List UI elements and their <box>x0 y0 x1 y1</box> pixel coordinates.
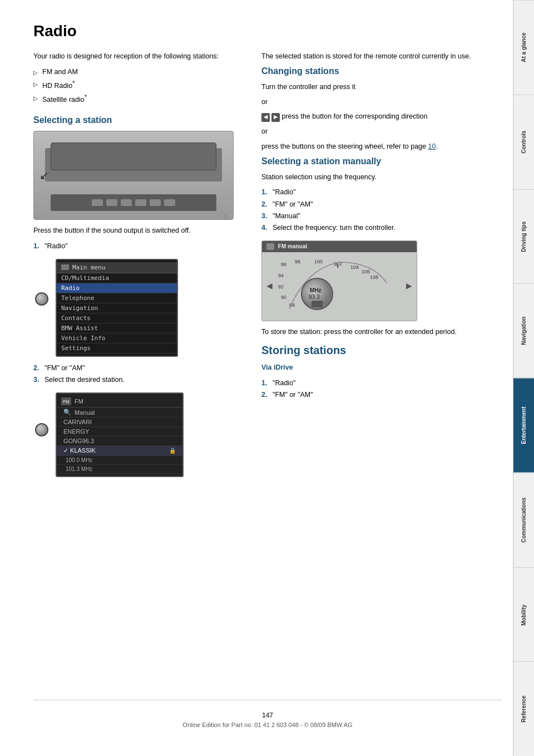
fm-header: FM FM <box>57 396 182 408</box>
sidebar-tab-entertainment[interactable]: Entertainment <box>513 378 534 473</box>
svg-text:92: 92 <box>278 284 284 289</box>
menu-bmw-assist: BMW Assist <box>57 323 177 333</box>
storing-stations-heading: Storing stations <box>261 344 502 357</box>
changing-stations-heading: Changing stations <box>261 66 502 76</box>
svg-text:108: 108 <box>370 274 378 280</box>
manual-step-2: 2. "FM" or "AM" <box>261 199 502 210</box>
fm-gong: GONG96.3 <box>57 436 182 446</box>
fm-menu-wrapper: FM FM 🔍 Manual CARIVARI ENERGY GONG96.3 … <box>33 392 245 477</box>
menu-telephone: Telephone <box>57 293 177 303</box>
sidebar-tab-controls[interactable]: Controls <box>513 95 534 189</box>
changing-steering-wheel: press the buttons on the steering wheel,… <box>261 141 502 152</box>
svg-text:98: 98 <box>295 259 300 264</box>
store-station-caption: To store the station: press the controll… <box>261 327 502 337</box>
dial-svg: 96 98 100 102 104 106 108 94 92 90 88 <box>278 258 400 313</box>
fm-list-screen: FM FM 🔍 Manual CARIVARI ENERGY GONG96.3 … <box>56 392 184 477</box>
svg-text:96: 96 <box>281 262 286 267</box>
intro-text: Your radio is designed for reception of … <box>33 51 245 62</box>
fm-icon: FM <box>61 397 71 405</box>
fm-carivari: CARIVARI <box>57 418 182 427</box>
step-1: 1. "Radio" <box>33 240 245 252</box>
svg-text:106: 106 <box>362 269 370 274</box>
storing-step-1: 1. "Radio" <box>261 377 502 389</box>
main-menu-title: Main menu <box>57 262 177 273</box>
menu-navigation: Navigation <box>57 303 177 313</box>
svg-text:94: 94 <box>278 273 284 278</box>
sidebar-tab-mobility[interactable]: Mobility <box>513 567 534 662</box>
dial-arrow-left: ◀ <box>266 281 273 290</box>
main-menu-screen: Main menu CD/Multimedia Radio Telephone … <box>56 259 178 357</box>
svg-text:93.3: 93.3 <box>309 294 320 300</box>
selecting-caption: Press the button if the sound output is … <box>33 225 245 236</box>
svg-text:104: 104 <box>350 264 359 270</box>
storing-steps: 1. "Radio" 2. "FM" or "AM" <box>261 377 502 401</box>
fm-manual-dial: FM manual ◀ 96 98 100 102 104 106 <box>261 240 417 321</box>
selecting-steps-23: 2. "FM" or "AM" 3. Select the desired st… <box>33 362 245 386</box>
fm-100mhz: 100.0 MHz <box>57 456 182 465</box>
selected-station-text: The selected station is stored for the r… <box>261 51 502 62</box>
manual-step-1: 1. "Radio" <box>261 186 502 198</box>
dial-title: FM manual <box>266 243 307 250</box>
changing-button-direction: ◀ ▶ press the button for the correspondi… <box>261 111 502 122</box>
selecting-station-heading: Selecting a station <box>33 115 245 125</box>
changing-or1: or <box>261 97 502 107</box>
bullet-satellite: Satellite radio* <box>33 92 245 106</box>
menu-contacts: Contacts <box>57 313 177 323</box>
fm-101mhz: 101.3 MHz <box>57 465 182 474</box>
changing-or2: or <box>261 126 502 137</box>
footer-text: Online Edition for Part no. 01 41 2 603 … <box>33 721 502 728</box>
sidebar-tab-driving-tips[interactable]: Driving tips <box>513 189 534 284</box>
left-arrow-btn: ◀ <box>261 113 270 122</box>
sidebar-tab-reference[interactable]: Reference <box>513 661 534 756</box>
right-arrow-btn: ▶ <box>271 113 280 122</box>
bullet-fm-am: FM and AM <box>33 66 245 78</box>
svg-text:100: 100 <box>314 259 323 264</box>
manual-description: Station selection using the frequency. <box>261 172 502 183</box>
via-idrive-heading: Via iDrive <box>261 362 502 373</box>
fm-klassik: ✓ KLASSIK 🔒 <box>57 446 182 456</box>
manual-step-3: 3. "Manual" <box>261 210 502 222</box>
svg-text:MHz: MHz <box>310 287 322 293</box>
page-title: Radio <box>33 22 502 40</box>
selecting-steps: 1. "Radio" <box>33 240 245 252</box>
changing-line1: Turn the controller and press it <box>261 82 502 92</box>
bullet-hd-radio: HD Radio* <box>33 78 245 92</box>
chapter-sidebar: At a glance Controls Driving tips Naviga… <box>513 0 534 756</box>
page-number: 147 <box>33 711 502 719</box>
svg-text:90: 90 <box>281 294 286 300</box>
sidebar-tab-navigation[interactable]: Navigation <box>513 283 534 378</box>
fm-manual-item: 🔍 Manual <box>57 408 182 418</box>
menu-radio: Radio <box>57 283 177 293</box>
main-menu-wrapper: Main menu CD/Multimedia Radio Telephone … <box>33 259 245 357</box>
svg-rect-14 <box>312 301 323 307</box>
manual-step-4: 4. Select the frequency: turn the contro… <box>261 222 502 234</box>
menu-settings: Settings <box>57 343 177 354</box>
menu-cd-multimedia: CD/Multimedia <box>57 273 177 283</box>
dial-area: ◀ 96 98 100 102 104 106 108 94 <box>262 252 417 319</box>
manual-steps: 1. "Radio" 2. "FM" or "AM" 3. "Manual" 4… <box>261 186 502 234</box>
step-3: 3. Select the desired station. <box>33 374 245 386</box>
dial-arrow-right: ▶ <box>406 281 412 290</box>
storing-step-2: 2. "FM" or "AM" <box>261 389 502 401</box>
station-types-list: FM and AM HD Radio* Satellite radio* <box>33 66 245 106</box>
fm-energy: ENERGY <box>57 427 182 436</box>
sidebar-tab-at-a-glance[interactable]: At a glance <box>513 0 534 95</box>
car-radio-image: ↙ W9C-0181enya <box>33 131 245 220</box>
page-footer: 147 Online Edition for Part no. 01 41 2 … <box>33 700 502 734</box>
step-2: 2. "FM" or "AM" <box>33 362 245 374</box>
sidebar-tab-communications[interactable]: Communications <box>513 473 534 567</box>
selecting-manually-heading: Selecting a station manually <box>261 156 502 166</box>
dial-top-bar: FM manual <box>262 241 417 252</box>
menu-vehicle-info: Vehicle Info <box>57 333 177 343</box>
